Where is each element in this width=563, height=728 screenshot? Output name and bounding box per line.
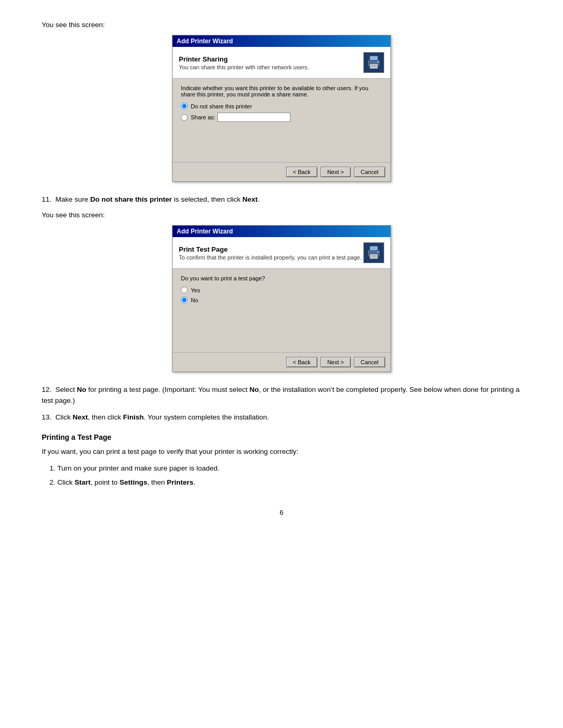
cancel-button-2[interactable]: Cancel: [354, 357, 385, 367]
svg-point-5: [377, 61, 379, 63]
wizard-header-subtitle-1: You can share this printer with other ne…: [179, 64, 363, 70]
svg-rect-3: [371, 65, 377, 66]
radio-do-not-share-input[interactable]: [181, 103, 188, 109]
wizard-header-2: Print Test Page To confirm that the prin…: [173, 237, 390, 269]
step-11-end: is selected, then click: [172, 195, 242, 203]
wizard-titlebar-1: Add Printer Wizard: [173, 35, 390, 47]
cancel-button-1[interactable]: Cancel: [354, 167, 385, 177]
wizard-titlebar-2: Add Printer Wizard: [173, 226, 390, 237]
wizard-footer-2: < Back Next > Cancel: [173, 352, 390, 372]
list-item-2-end: .: [193, 478, 195, 486]
wizard-body-2: Do you want to print a test page? Yes No: [173, 269, 390, 352]
wizard-body-1: Indicate whether you want this printer t…: [173, 79, 390, 162]
wizard-header-text-1: Printer Sharing You can share this print…: [179, 55, 363, 70]
step-13: 13. Click Next, then click Finish. Your …: [42, 412, 521, 423]
step-12-pre: Select: [55, 386, 77, 393]
svg-rect-9: [371, 255, 377, 256]
step-12-bold2: No: [250, 386, 259, 393]
radio-share-as[interactable]: Share as:: [181, 113, 382, 122]
page-number: 6: [42, 509, 521, 516]
body-text: If you want, you can print a test page t…: [42, 447, 521, 457]
wizard-header-text-2: Print Test Page To confirm that the prin…: [179, 245, 363, 261]
radio-do-not-share-label: Do not share this printer: [191, 103, 252, 109]
section-heading: Printing a Test Page: [42, 433, 521, 441]
wizard-title-1: Add Printer Wizard: [177, 38, 233, 45]
wizard-footer-1: < Back Next > Cancel: [173, 162, 390, 181]
radio-share-as-input[interactable]: [181, 114, 188, 121]
step-11-next: Next: [242, 195, 258, 203]
step-13-mid: , then click: [88, 413, 124, 421]
numbered-list: Turn on your printer and make sure paper…: [57, 463, 521, 488]
intro-text-2: You see this screen:: [42, 211, 521, 219]
step-11-pre: Make sure: [55, 195, 90, 203]
list-item-2-then: , then: [148, 478, 167, 486]
svg-rect-1: [370, 56, 378, 60]
step-13-end: . Your system completes the installation…: [144, 413, 269, 421]
intro-text-1: You see this screen:: [42, 21, 521, 29]
share-name-input[interactable]: [217, 113, 290, 122]
step-11: 11. Make sure Do not share this printer …: [42, 194, 521, 205]
back-button-1[interactable]: < Back: [286, 167, 317, 177]
svg-point-11: [377, 252, 379, 253]
radio-yes-label: Yes: [191, 287, 200, 293]
svg-rect-4: [371, 66, 377, 67]
list-item-2-bold3: Printers: [167, 478, 193, 486]
printer-icon-2: [363, 242, 384, 263]
radio-no[interactable]: No: [181, 297, 382, 303]
list-item-2: Click Start, point to Settings, then Pri…: [57, 477, 521, 488]
svg-rect-7: [370, 246, 378, 251]
wizard-question-2: Do you want to print a test page?: [181, 275, 382, 281]
step-13-bold2: Finish: [123, 413, 144, 421]
list-item-2-mid: , point to: [91, 478, 120, 486]
wizard-dialog-1: Add Printer Wizard Printer Sharing You c…: [172, 35, 391, 182]
radio-yes[interactable]: Yes: [181, 287, 382, 293]
radio-share-as-label: Share as:: [191, 114, 215, 120]
list-item-1-text: Turn on your printer and make sure paper…: [57, 464, 219, 472]
back-button-2[interactable]: < Back: [286, 357, 317, 367]
wizard-title-2: Add Printer Wizard: [177, 228, 233, 235]
printer-icon-1: [363, 52, 384, 73]
radio-no-label: No: [191, 297, 198, 303]
step-12-num: 12.: [42, 386, 52, 393]
list-item-2-pre: Click: [57, 478, 75, 486]
step-13-bold1: Next: [72, 413, 88, 421]
wizard-header-1: Printer Sharing You can share this print…: [173, 47, 390, 79]
wizard-dialog-2: Add Printer Wizard Print Test Page To co…: [172, 225, 391, 372]
step-12: 12. Select No for printing a test page. …: [42, 385, 521, 406]
step-12-bold: No: [77, 386, 87, 393]
step-13-pre: Click: [55, 413, 72, 421]
radio-no-input[interactable]: [181, 297, 188, 303]
wizard-header-title-2: Print Test Page: [179, 245, 363, 253]
step-11-period: .: [258, 195, 260, 203]
wizard-header-title-1: Printer Sharing: [179, 55, 363, 63]
svg-rect-10: [371, 256, 377, 257]
radio-yes-input[interactable]: [181, 287, 188, 293]
list-item-2-bold2: Settings: [119, 478, 147, 486]
next-button-1[interactable]: Next >: [321, 167, 351, 177]
wizard-header-subtitle-2: To confirm that the printer is installed…: [179, 254, 363, 261]
list-item-1: Turn on your printer and make sure paper…: [57, 463, 521, 474]
list-item-2-bold1: Start: [75, 478, 91, 486]
radio-do-not-share[interactable]: Do not share this printer: [181, 103, 382, 109]
step-13-num: 13.: [42, 413, 52, 421]
step-12-rest: for printing a test page. (Important: Yo…: [87, 386, 250, 393]
next-button-2[interactable]: Next >: [321, 357, 351, 367]
wizard-instruction-1: Indicate whether you want this printer t…: [181, 85, 382, 97]
step-11-bold: Do not share this printer: [90, 195, 172, 203]
